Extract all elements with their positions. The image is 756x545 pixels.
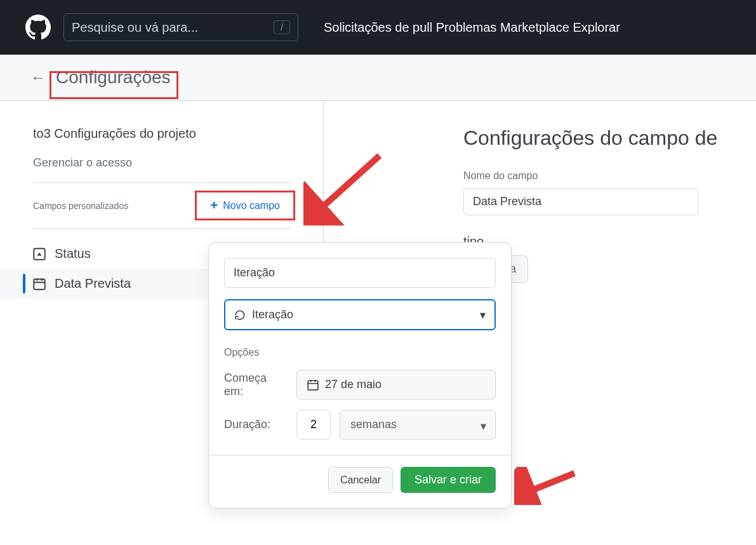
chevron-down-icon: ▾	[481, 419, 486, 433]
popup-divider	[209, 455, 511, 455]
search-input[interactable]	[72, 20, 274, 35]
page-title: Configurações	[56, 67, 171, 88]
iteration-icon	[234, 309, 246, 321]
field-name-input[interactable]	[463, 188, 698, 215]
popup-start-date[interactable]: 27 de maio	[296, 370, 496, 400]
popup-options-label: Opções	[224, 347, 496, 358]
calendar-icon	[33, 278, 46, 290]
new-field-button[interactable]: + Novo campo	[200, 193, 290, 218]
popup-duration-label: Duração:	[224, 418, 288, 431]
popup-duration-input[interactable]	[296, 410, 331, 440]
field-name-label: Nome do campo	[463, 170, 756, 182]
fields-divider	[33, 228, 290, 229]
svg-rect-3	[308, 380, 318, 390]
popup-actions: Cancelar Salvar e criar	[224, 467, 496, 493]
github-logo-icon[interactable]	[25, 15, 51, 40]
custom-fields-label: Campos personalizados	[33, 201, 128, 211]
cancel-button[interactable]: Cancelar	[328, 467, 393, 493]
single-select-icon	[33, 248, 46, 260]
popup-start-row: Começa em: 27 de maio	[224, 370, 496, 400]
chevron-down-icon: ▾	[480, 308, 486, 322]
popup-name-input[interactable]	[224, 258, 496, 288]
field-item-label: Status	[55, 246, 91, 261]
slash-key-hint: /	[274, 20, 290, 34]
sidebar-section-heading: to3 Configurações do projeto	[33, 126, 290, 141]
field-item-label: Data Prevista	[55, 276, 131, 291]
annotation-box-new-field	[195, 191, 295, 220]
popup-duration-unit-select[interactable]: semanas ▾	[340, 410, 496, 440]
popup-duration-row: Duração: semanas ▾	[224, 410, 496, 440]
content-area: to3 Configurações do projeto Gerenciar o…	[0, 101, 756, 299]
popup-duration-unit: semanas	[350, 418, 397, 431]
popup-start-label: Começa em:	[224, 372, 288, 398]
new-field-popup: Iteração ▾ Opções Começa em: 27 de maio …	[208, 242, 512, 509]
popup-type-select[interactable]: Iteração ▾	[224, 299, 496, 330]
annotation-arrow-save	[514, 467, 578, 505]
search-box[interactable]: /	[63, 13, 298, 41]
page-title-bar: ← Configurações	[0, 55, 756, 101]
popup-type-value: Iteração	[252, 308, 293, 321]
header-nav-links[interactable]: Solicitações de pull Problemas Marketpla…	[324, 20, 620, 35]
svg-rect-1	[34, 279, 45, 289]
back-arrow-icon[interactable]: ←	[30, 69, 46, 86]
top-header: / Solicitações de pull Problemas Marketp…	[0, 0, 756, 55]
calendar-icon	[307, 379, 319, 391]
sidebar-link-manage-access[interactable]: Gerenciar o acesso	[33, 156, 290, 170]
save-button[interactable]: Salvar e criar	[401, 467, 496, 493]
panel-title: Configurações do campo de	[463, 126, 756, 150]
popup-start-value: 27 de maio	[325, 378, 381, 391]
